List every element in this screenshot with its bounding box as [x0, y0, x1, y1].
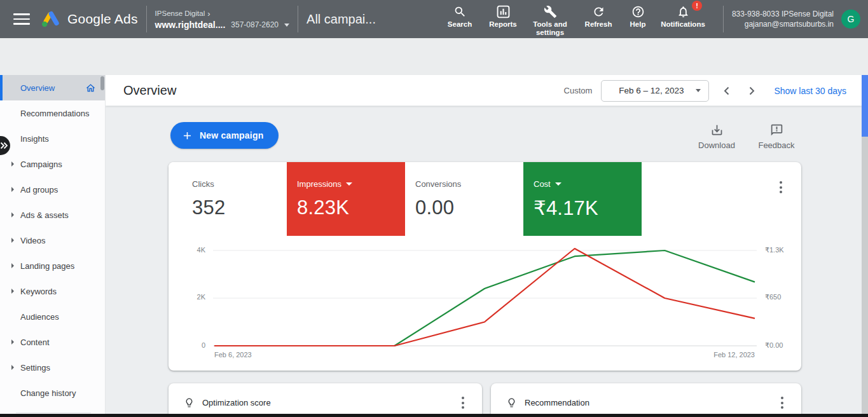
sidebar-item-campaigns[interactable]: Campaigns — [0, 151, 105, 177]
divider — [723, 6, 724, 32]
lightbulb-icon — [506, 397, 517, 408]
page-title: Overview — [123, 83, 176, 98]
sidebar-item-landing-pages[interactable]: Landing pages — [0, 253, 105, 278]
divider — [146, 6, 147, 32]
expand-caret-icon — [11, 263, 14, 268]
previous-range-button[interactable] — [718, 83, 734, 99]
expand-caret-icon — [11, 339, 14, 345]
account-domain: www.rightdeal.... — [155, 20, 226, 30]
optimization-card-kebab-icon[interactable] — [459, 394, 467, 411]
performance-chart — [169, 242, 801, 375]
notifications-button[interactable]: Notifications ! — [655, 0, 711, 38]
new-campaign-button[interactable]: New campaign — [170, 122, 279, 149]
account-name: IPSense Digital — [155, 9, 205, 18]
topbar-nav: Search Reports Tools and settings Refres… — [437, 0, 711, 38]
chevron-down-icon — [284, 24, 289, 27]
avatar[interactable]: G — [841, 10, 860, 29]
divider — [298, 6, 298, 32]
sidebar-nav: Overview Recommendations Insights Campai… — [0, 75, 105, 406]
sidebar-item-videos[interactable]: Videos — [0, 228, 105, 253]
sidebar-item-ads-assets[interactable]: Ads & assets — [0, 202, 105, 228]
chevron-down-icon — [555, 182, 561, 186]
download-icon — [710, 123, 724, 137]
sub-header-band — [0, 38, 868, 75]
wrench-icon — [544, 5, 557, 18]
refresh-button[interactable]: Refresh — [576, 0, 621, 38]
expand-caret-icon — [11, 238, 14, 243]
expand-caret-icon — [11, 289, 14, 294]
sidebar-item-change-history[interactable]: Change history — [0, 380, 105, 406]
notification-badge: ! — [692, 1, 702, 11]
help-button[interactable]: Help — [621, 0, 655, 38]
stat-card-cost[interactable]: Cost ₹4.17K — [523, 162, 642, 236]
card-title: Optimization score — [202, 398, 459, 407]
sidebar-item-keywords[interactable]: Keywords — [0, 278, 105, 304]
menu-icon[interactable] — [13, 13, 30, 25]
search-button[interactable]: Search — [437, 0, 482, 38]
expand-caret-icon — [11, 187, 14, 192]
show-last-30-days-link[interactable]: Show last 30 days — [774, 86, 846, 96]
account-id: 357-087-2620 — [231, 20, 279, 30]
chevron-right-icon: › — [207, 9, 210, 18]
profile-phone: 833-938-8033 IPSense Digital — [732, 9, 834, 19]
bell-icon — [677, 5, 690, 18]
sidebar-item-settings[interactable]: Settings — [0, 355, 105, 380]
chevron-right-icon — [749, 86, 755, 95]
sidebar-item-insights[interactable]: Insights — [0, 126, 105, 151]
feedback-button[interactable]: Feedback — [757, 123, 796, 150]
recommendation-card[interactable]: Recommendation — [491, 383, 801, 417]
next-range-button[interactable] — [743, 83, 760, 99]
overview-summary-card: Clicks 352 Impressions 8.23K Conversions… — [169, 162, 801, 371]
tools-and-settings-button[interactable]: Tools and settings — [524, 0, 576, 38]
stat-card-conversions[interactable]: Conversions 0.00 — [405, 162, 523, 236]
double-chevron-right-icon — [0, 142, 8, 149]
sidebar-item-recommendations[interactable]: Recommendations — [0, 100, 105, 126]
lightbulb-icon — [184, 397, 195, 408]
recommendation-card-kebab-icon[interactable] — [778, 394, 786, 411]
date-range-picker[interactable]: Feb 6 – 12, 2023 — [601, 80, 709, 102]
chevron-left-icon — [724, 86, 729, 95]
sidebar-item-audiences[interactable]: Audiences — [0, 304, 105, 329]
reports-button[interactable]: Reports — [482, 0, 524, 38]
chevron-down-icon — [346, 182, 352, 186]
stat-card-clicks[interactable]: Clicks 352 — [169, 162, 287, 236]
feedback-icon — [770, 123, 783, 137]
profile-email: gajanan@smartsuburbs.in — [732, 19, 834, 29]
expand-caret-icon — [11, 365, 14, 370]
date-range-type: Custom — [564, 86, 593, 95]
sidebar-item-content[interactable]: Content — [0, 329, 105, 355]
optimization-score-card[interactable]: Optimization score — [169, 383, 482, 417]
reports-icon — [497, 5, 510, 18]
plus-icon — [181, 130, 193, 142]
chart-card-menu-kebab-icon[interactable] — [777, 179, 785, 196]
chart-line-impressions — [214, 249, 755, 346]
chevron-down-icon — [696, 89, 701, 92]
download-button[interactable]: Download — [698, 123, 735, 150]
stat-row: Clicks 352 Impressions 8.23K Conversions… — [169, 162, 642, 236]
product-name: Google Ads — [67, 11, 138, 27]
page-scrollbar-thumb[interactable] — [862, 75, 868, 137]
profile-info[interactable]: 833-938-8033 IPSense Digital gajanan@sma… — [732, 9, 834, 29]
bottom-edge-strip — [0, 414, 868, 417]
card-title: Recommendation — [525, 398, 778, 407]
stat-card-impressions[interactable]: Impressions 8.23K — [287, 162, 405, 236]
refresh-icon — [592, 5, 605, 18]
home-icon — [85, 83, 96, 93]
page-header: Overview Custom Feb 6 – 12, 2023 Show la… — [106, 75, 862, 106]
help-icon — [631, 5, 645, 18]
sidebar: Overview Recommendations Insights Campai… — [0, 75, 106, 417]
google-ads-logo-icon[interactable] — [40, 10, 62, 29]
search-icon — [453, 5, 467, 18]
sidebar-scrollbar[interactable] — [100, 76, 104, 90]
google-ads-app: Google Ads IPSense Digital› www.rightdea… — [0, 0, 868, 417]
top-app-bar: Google Ads IPSense Digital› www.rightdea… — [0, 0, 868, 38]
divider — [16, 413, 91, 413]
sidebar-item-ad-groups[interactable]: Ad groups — [0, 177, 105, 202]
expand-caret-icon — [11, 161, 14, 167]
account-switcher[interactable]: IPSense Digital› www.rightdeal.... 357-0… — [155, 9, 289, 30]
campaign-scope-selector[interactable]: All campai... — [307, 12, 376, 27]
date-range-value: Feb 6 – 12, 2023 — [609, 86, 693, 95]
sidebar-item-overview[interactable]: Overview — [0, 75, 105, 100]
expand-caret-icon — [11, 212, 14, 217]
